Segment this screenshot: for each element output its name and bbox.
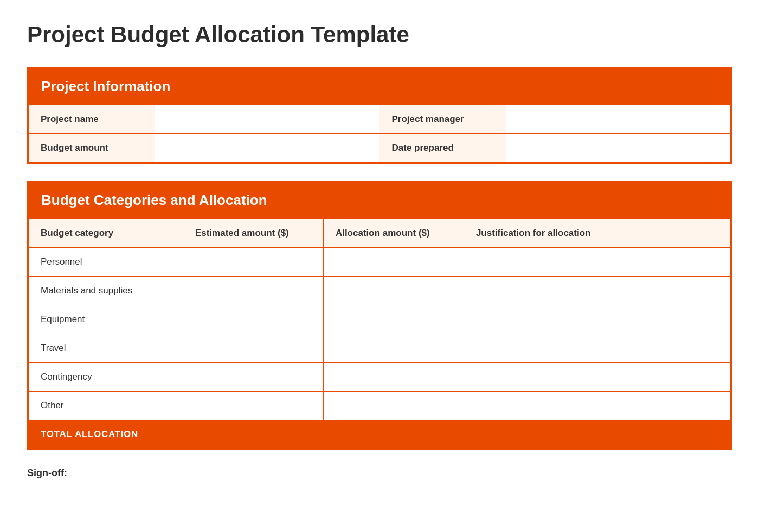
project-info-table: Project name Project manager Budget amou…	[28, 105, 731, 163]
table-row: Other	[29, 392, 731, 420]
project-name-value[interactable]	[155, 105, 380, 134]
table-header-row: Budget category Estimated amount ($) All…	[29, 219, 731, 248]
allocation-materials[interactable]	[323, 277, 464, 305]
date-prepared-value[interactable]	[506, 134, 730, 163]
estimated-equipment[interactable]	[183, 305, 323, 334]
project-info-header: Project Information	[28, 68, 731, 105]
project-information-section: Project Information Project name Project…	[27, 67, 732, 164]
budget-amount-value[interactable]	[155, 134, 380, 163]
col-header-justification: Justification for allocation	[464, 219, 730, 248]
project-name-label: Project name	[29, 105, 155, 134]
category-other: Other	[29, 392, 183, 420]
justification-other[interactable]	[464, 392, 730, 420]
allocation-travel[interactable]	[323, 334, 464, 363]
category-contingency: Contingency	[29, 363, 183, 392]
table-row: Project name Project manager	[29, 105, 731, 134]
justification-materials[interactable]	[464, 277, 730, 305]
estimated-travel[interactable]	[183, 334, 323, 363]
justification-travel[interactable]	[464, 334, 730, 363]
budget-categories-title: Budget Categories and Allocation	[41, 192, 267, 208]
table-row: Equipment	[29, 305, 731, 334]
budget-categories-header: Budget Categories and Allocation	[28, 182, 731, 219]
total-allocation[interactable]	[323, 420, 464, 449]
table-row: Contingency	[29, 363, 731, 392]
budget-amount-label: Budget amount	[29, 134, 155, 163]
estimated-contingency[interactable]	[183, 363, 323, 392]
estimated-personnel[interactable]	[183, 248, 323, 277]
allocation-contingency[interactable]	[323, 363, 464, 392]
page-title: Project Budget Allocation Template	[27, 22, 732, 48]
total-justification	[464, 420, 730, 449]
category-equipment: Equipment	[29, 305, 183, 334]
table-row: Personnel	[29, 248, 731, 277]
justification-personnel[interactable]	[464, 248, 730, 277]
estimated-other[interactable]	[183, 392, 323, 420]
allocation-personnel[interactable]	[323, 248, 464, 277]
budget-categories-section: Budget Categories and Allocation Budget …	[27, 181, 732, 450]
total-allocation-row: TOTAL ALLOCATION	[29, 420, 731, 449]
category-materials: Materials and supplies	[29, 277, 183, 305]
table-row: Budget amount Date prepared	[29, 134, 731, 163]
total-estimated[interactable]	[183, 420, 323, 449]
project-manager-label: Project manager	[380, 105, 506, 134]
estimated-materials[interactable]	[183, 277, 323, 305]
category-travel: Travel	[29, 334, 183, 363]
date-prepared-label: Date prepared	[380, 134, 506, 163]
allocation-equipment[interactable]	[323, 305, 464, 334]
project-info-title: Project Information	[41, 78, 170, 94]
table-row: Materials and supplies	[29, 277, 731, 305]
col-header-category: Budget category	[29, 219, 183, 248]
allocation-other[interactable]	[323, 392, 464, 420]
justification-equipment[interactable]	[464, 305, 730, 334]
col-header-estimated: Estimated amount ($)	[183, 219, 323, 248]
signoff-label: Sign-off:	[27, 467, 732, 479]
category-personnel: Personnel	[29, 248, 183, 277]
justification-contingency[interactable]	[464, 363, 730, 392]
col-header-allocation: Allocation amount ($)	[323, 219, 464, 248]
table-row: Travel	[29, 334, 731, 363]
budget-allocation-table: Budget category Estimated amount ($) All…	[28, 219, 731, 449]
total-allocation-label: TOTAL ALLOCATION	[29, 420, 183, 449]
project-manager-value[interactable]	[506, 105, 730, 134]
